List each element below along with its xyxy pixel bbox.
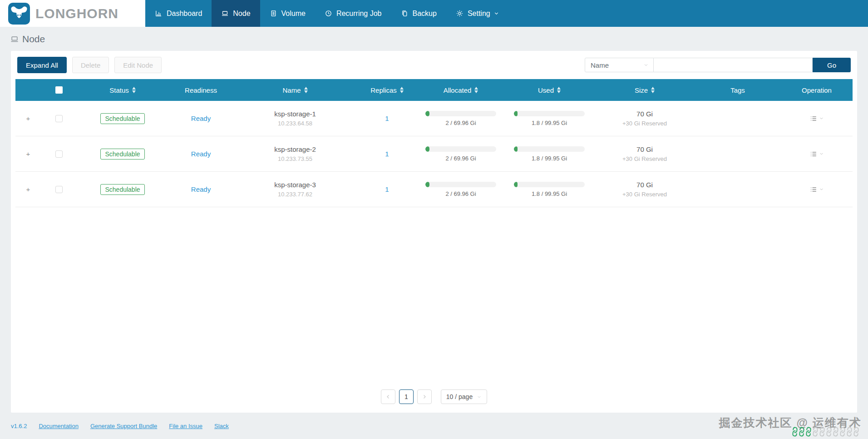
- status-badge: Schedulable: [100, 113, 144, 124]
- used-progress-bar: [514, 111, 585, 116]
- readiness-link[interactable]: Ready: [191, 150, 211, 158]
- caret-down-icon: [132, 90, 136, 93]
- page-size-select[interactable]: 10 / page: [441, 389, 487, 404]
- expand-row-button[interactable]: +: [26, 185, 30, 193]
- delete-button[interactable]: Delete: [72, 57, 109, 73]
- operation-menu-button[interactable]: [810, 150, 824, 158]
- operation-menu-button[interactable]: [810, 115, 824, 122]
- column-header-name[interactable]: Name: [234, 86, 356, 94]
- column-header-size[interactable]: Size: [595, 86, 695, 94]
- sorter-icon[interactable]: [132, 87, 136, 93]
- column-header-tags: Tags: [695, 86, 781, 94]
- alloc-progress-bar: [425, 182, 496, 187]
- expander-cell: +: [15, 185, 41, 193]
- status-cell: Schedulable: [77, 149, 168, 160]
- operation-menu-button[interactable]: [810, 186, 824, 193]
- readiness-link[interactable]: Ready: [191, 115, 211, 122]
- page-size-value: 10 / page: [446, 393, 473, 400]
- caret-up-icon: [132, 87, 136, 90]
- edit-node-button[interactable]: Edit Node: [114, 57, 162, 73]
- dashboard-icon: [155, 10, 163, 17]
- nav-item-recurring-job[interactable]: Recurring Job: [315, 0, 391, 27]
- footer-links: DocumentationGenerate Support BundleFile…: [39, 423, 228, 429]
- longhorn-logo-icon: [8, 3, 30, 25]
- sorter-icon[interactable]: [651, 87, 655, 93]
- size-cell: 70 Gi+30 Gi Reserved: [595, 145, 695, 162]
- column-header-used[interactable]: Used: [504, 86, 595, 94]
- nav-item-backup[interactable]: Backup: [391, 0, 446, 27]
- alloc-progress-fill: [425, 111, 429, 116]
- select-all-checkbox[interactable]: [55, 86, 63, 94]
- column-header-readiness: Readiness: [168, 86, 234, 94]
- alloc-progress-bar: [425, 111, 496, 116]
- expand-row-button[interactable]: +: [26, 115, 30, 122]
- footer-link-documentation[interactable]: Documentation: [39, 423, 78, 429]
- column-header-operation: Operation: [781, 86, 853, 94]
- column-header-replicas[interactable]: Replicas: [356, 86, 418, 94]
- used-label: 1.8 / 99.95 Gi: [532, 155, 567, 162]
- size-cell: 70 Gi+30 Gi Reserved: [595, 110, 695, 127]
- expand-row-button[interactable]: +: [26, 150, 30, 158]
- row-checkbox[interactable]: [55, 150, 63, 158]
- pagination-next-button[interactable]: [417, 389, 432, 404]
- nav-item-volume[interactable]: Volume: [260, 0, 315, 27]
- chevron-right-icon: [422, 394, 427, 399]
- version-label: v1.6.2: [11, 423, 27, 429]
- list-icon: [810, 115, 817, 122]
- operation-cell: [781, 115, 853, 122]
- row-checkbox[interactable]: [55, 115, 63, 122]
- caret-up-icon: [651, 87, 655, 90]
- sorter-icon[interactable]: [304, 87, 308, 93]
- sorter-icon[interactable]: [400, 87, 404, 93]
- toolbar-buttons: Expand All Delete Edit Node: [17, 57, 162, 73]
- footer-link-slack[interactable]: Slack: [214, 423, 229, 429]
- nav-item-label: Backup: [413, 10, 437, 18]
- caret-down-icon: [304, 90, 308, 93]
- column-header-status[interactable]: Status: [77, 86, 168, 94]
- alloc-cell: 2 / 69.96 Gi: [418, 146, 504, 162]
- expand-all-button[interactable]: Expand All: [17, 57, 67, 73]
- sorter-icon[interactable]: [557, 87, 561, 93]
- go-button[interactable]: Go: [813, 58, 851, 72]
- header-checkbox-cell: [41, 86, 77, 94]
- table-body: +SchedulableReadyksp-storage-110.233.64.…: [15, 101, 853, 207]
- size-value: 70 Gi: [636, 145, 653, 153]
- readiness-cell: Ready: [168, 150, 234, 158]
- chevron-down-icon: [477, 394, 482, 399]
- pagination-prev-button[interactable]: [381, 389, 395, 404]
- caret-up-icon: [400, 87, 404, 90]
- column-header-label: Tags: [730, 86, 745, 94]
- sorter-icon[interactable]: [474, 87, 478, 93]
- replicas-link[interactable]: 1: [385, 185, 389, 193]
- nav-item-dashboard[interactable]: Dashboard: [145, 0, 212, 27]
- setting-icon: [456, 10, 464, 17]
- footer-link-file-an-issue[interactable]: File an Issue: [169, 423, 202, 429]
- readiness-link[interactable]: Ready: [191, 185, 211, 193]
- node-name: ksp-storage-2: [274, 145, 316, 153]
- caret-up-icon: [304, 87, 308, 90]
- table-row: +SchedulableReadyksp-storage-210.233.73.…: [15, 136, 853, 172]
- watermark: 掘金技术社区 @ 运维有术: [719, 415, 862, 436]
- used-progress-bar: [514, 146, 585, 152]
- used-progress-bar: [514, 182, 585, 187]
- column-header-label: Status: [109, 86, 129, 94]
- nav-item-node[interactable]: Node: [212, 0, 260, 27]
- pagination-page-1[interactable]: 1: [399, 389, 414, 404]
- list-icon: [810, 150, 817, 158]
- replicas-link[interactable]: 1: [385, 150, 389, 158]
- footer-link-generate-support-bundle[interactable]: Generate Support Bundle: [90, 423, 157, 429]
- alloc-label: 2 / 69.96 Gi: [445, 120, 476, 126]
- filter-field-select[interactable]: Name: [585, 58, 654, 72]
- replicas-cell: 1: [356, 185, 418, 193]
- column-header-allocated[interactable]: Allocated: [418, 86, 504, 94]
- nav-item-label: Node: [233, 10, 250, 18]
- used-progress-fill: [514, 146, 518, 152]
- replicas-link[interactable]: 1: [385, 115, 389, 122]
- expander-cell: +: [15, 115, 41, 122]
- row-checkbox[interactable]: [55, 186, 63, 193]
- status-badge: Schedulable: [100, 149, 144, 160]
- table-row: +SchedulableReadyksp-storage-110.233.64.…: [15, 101, 853, 136]
- nav-item-label: Volume: [281, 10, 306, 18]
- nav-item-setting[interactable]: Setting: [446, 0, 509, 27]
- search-input[interactable]: [654, 58, 813, 72]
